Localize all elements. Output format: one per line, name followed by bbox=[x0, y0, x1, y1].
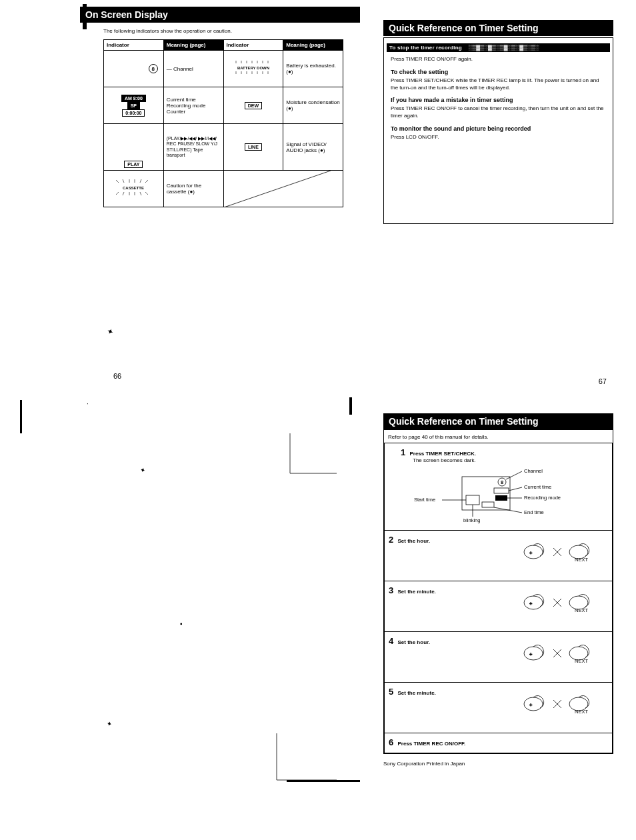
step-title: Set the minute. bbox=[397, 589, 435, 595]
meaning-cell: (PLAY/▶▶/◀◀/ ▶▶I/I◀◀/ REC PAUSE/ SLOW Y/… bbox=[163, 124, 223, 171]
svg-text:NEXT: NEXT bbox=[575, 658, 588, 664]
svg-text:CASSETTE: CASSETTE bbox=[123, 186, 144, 190]
scan-artifact: ▪ bbox=[180, 620, 183, 627]
meaning-cell: Signal of VIDEO/ AUDIO jacks (●) bbox=[283, 124, 343, 171]
body-text: Press TIMER REC ON/OFF to cancel the tim… bbox=[391, 105, 606, 120]
battery-down-icon: BATTERY DOWN bbox=[233, 61, 273, 75]
svg-text:Current time: Current time bbox=[524, 484, 551, 490]
page-66: On Screen Display The following indicato… bbox=[80, 7, 360, 380]
intro-text: Refer to page 40 of this manual for deta… bbox=[388, 434, 613, 440]
step-subtitle: The screen becomes dark. bbox=[413, 457, 476, 463]
footer-text: Sony Corporation Printed in Japan bbox=[383, 761, 613, 767]
indicator-cell: 8 bbox=[104, 51, 164, 87]
intro-text: The following indicators show the operat… bbox=[103, 28, 337, 34]
meaning-cell: Caution for the cassette (●) bbox=[163, 171, 223, 207]
svg-text:+: + bbox=[529, 702, 533, 708]
section-title: On Screen Display bbox=[80, 7, 360, 23]
indicator-cell: CASSETTE bbox=[104, 171, 164, 207]
svg-text:+: + bbox=[529, 601, 533, 607]
meaning-cell: Moisture condensation (●) bbox=[283, 87, 343, 124]
cassette-icon: CASSETTE bbox=[115, 179, 152, 197]
empty-cell bbox=[223, 171, 343, 207]
table-row: AM 8:00 SP 0:00:00 Current time Recordin… bbox=[104, 87, 343, 124]
svg-line-35 bbox=[509, 487, 522, 491]
press-next-diagram: + NEXT bbox=[521, 539, 595, 563]
press-next-diagram: + NEXT bbox=[521, 589, 595, 613]
quick-ref-box: To stop the timer recording ░▒▓▒░▓▒░▒▓░▒… bbox=[383, 37, 613, 224]
step-number: 1 bbox=[401, 447, 405, 457]
step-title: Set the hour. bbox=[397, 639, 429, 645]
recmode-icon: SP bbox=[127, 102, 140, 109]
svg-line-32 bbox=[506, 471, 522, 479]
svg-text:NEXT: NEXT bbox=[575, 709, 588, 715]
table-row: 6 Press TIMER REC ON/OFF. bbox=[385, 733, 613, 753]
scan-artifact bbox=[287, 433, 340, 480]
counter-icon: 0:00:00 bbox=[122, 109, 145, 117]
svg-text:NEXT: NEXT bbox=[575, 607, 588, 613]
svg-text:8: 8 bbox=[501, 479, 503, 485]
svg-line-15 bbox=[116, 180, 119, 183]
svg-point-52 bbox=[524, 596, 543, 609]
svg-text:Channel: Channel bbox=[524, 468, 543, 474]
quick-ref-steps-box: Refer to page 40 of this manual for deta… bbox=[383, 429, 613, 754]
indicator-cell: PLAY bbox=[104, 124, 164, 171]
svg-rect-37 bbox=[495, 495, 507, 501]
section-title: Quick Reference on Timer Setting bbox=[383, 20, 613, 36]
table-row: CASSETTE Caution for the cassette (●) bbox=[104, 171, 343, 207]
table-row: PLAY (PLAY/▶▶/◀◀/ ▶▶I/I◀◀/ REC PAUSE/ SL… bbox=[104, 124, 343, 171]
meaning-cell: — Channel bbox=[163, 51, 223, 87]
play-icon: PLAY bbox=[124, 161, 143, 168]
line-icon: LINE bbox=[245, 143, 262, 151]
svg-text:End time: End time bbox=[524, 509, 544, 515]
svg-point-60 bbox=[524, 697, 543, 711]
svg-line-21 bbox=[116, 192, 119, 195]
svg-text:+: + bbox=[529, 550, 533, 556]
svg-text:NEXT: NEXT bbox=[575, 557, 588, 563]
subsection-bar: To stop the timer recording ░▒▓▒░▓▒░▒▓░▒… bbox=[387, 43, 610, 52]
svg-text:Recording mode: Recording mode bbox=[524, 495, 561, 501]
step-number: 2 bbox=[389, 535, 393, 545]
body-text: Press LCD ON/OFF. bbox=[391, 134, 606, 141]
table-row: 3 Set the minute. + NEXT bbox=[385, 581, 613, 632]
svg-text:blinking: blinking bbox=[463, 517, 480, 523]
step-number: 5 bbox=[389, 687, 393, 697]
svg-text:BATTERY DOWN: BATTERY DOWN bbox=[237, 66, 269, 70]
scan-artifact: · bbox=[87, 400, 89, 407]
scan-artifact bbox=[273, 733, 340, 787]
scan-artifact: ✦ bbox=[106, 719, 113, 728]
table-row: 2 Set the hour. + NEXT bbox=[385, 531, 613, 581]
back-cover-page: Quick Reference on Timer Setting Refer t… bbox=[383, 413, 613, 780]
channel-8-icon: 8 bbox=[149, 64, 158, 73]
table-row: 4 Set the hour. + NEXT bbox=[385, 632, 613, 683]
step-number: 4 bbox=[389, 636, 393, 646]
hand-press-icon: + NEXT bbox=[521, 640, 595, 664]
svg-rect-40 bbox=[482, 502, 494, 507]
hand-press-icon: + NEXT bbox=[521, 589, 595, 613]
dew-icon: DEW bbox=[245, 102, 262, 109]
hand-press-icon: + NEXT bbox=[521, 539, 595, 563]
sub-heading: To check the setting bbox=[391, 69, 606, 75]
indicator-cell: BATTERY DOWN bbox=[223, 51, 283, 87]
svg-line-28 bbox=[224, 171, 331, 207]
page-number: 67 bbox=[599, 377, 607, 385]
svg-line-20 bbox=[145, 180, 148, 183]
section-title: Quick Reference on Timer Setting bbox=[383, 413, 613, 429]
svg-text:+: + bbox=[529, 651, 533, 657]
step-title: Press TIMER REC ON/OFF. bbox=[397, 741, 465, 747]
indicator-cell: LINE bbox=[223, 124, 283, 171]
meaning-text: Channel bbox=[173, 66, 193, 72]
svg-line-22 bbox=[123, 192, 124, 195]
col-header: Indicator bbox=[104, 40, 164, 51]
hand-press-icon: + NEXT bbox=[521, 691, 595, 715]
diagonal-line-icon bbox=[224, 171, 343, 207]
body-text: Press TIMER REC ON/OFF again. bbox=[391, 56, 606, 63]
svg-line-25 bbox=[140, 192, 141, 195]
clock-icon: AM 8:00 bbox=[121, 95, 146, 102]
page-number: 66 bbox=[113, 372, 121, 380]
steps-table: 1 Press TIMER SET/CHECK. The screen beco… bbox=[384, 443, 613, 753]
step-title: Press TIMER SET/CHECK. bbox=[409, 451, 476, 457]
meaning-cell: Battery is exhausted. (●) bbox=[283, 51, 343, 87]
svg-point-56 bbox=[524, 647, 543, 660]
scan-artifact: ✦ bbox=[139, 466, 146, 475]
col-header: Meaning (page) bbox=[163, 40, 223, 51]
